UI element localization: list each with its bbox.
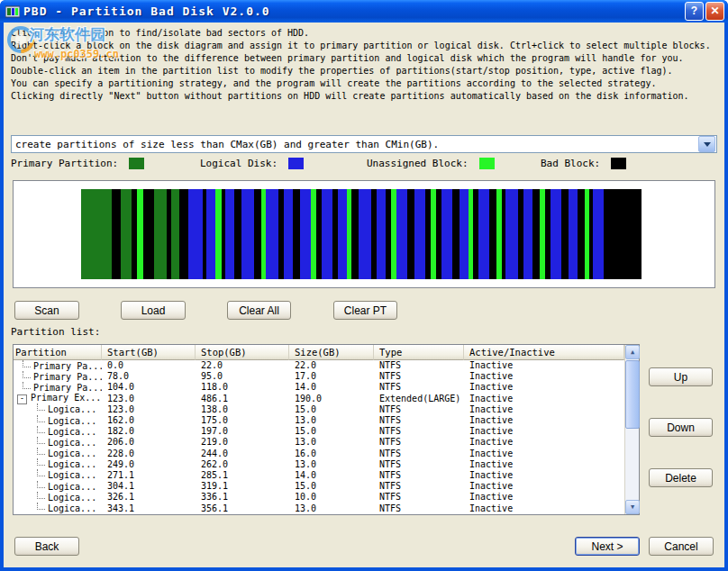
disk-block[interactable] (377, 189, 386, 279)
disk-diagram-panel (13, 180, 715, 288)
disk-block[interactable] (154, 189, 167, 279)
active-cell: Inactive (464, 481, 624, 492)
stop-cell: 197.0 (196, 426, 289, 437)
start-cell: 78.0 (102, 371, 196, 382)
disk-block[interactable] (266, 189, 278, 279)
disk-block[interactable] (188, 189, 203, 279)
partition-name-cell: Logica... (14, 426, 102, 438)
scan-button[interactable]: Scan (14, 301, 79, 320)
disk-block[interactable] (137, 189, 143, 279)
stop-cell: 336.1 (196, 492, 289, 503)
scroll-up-icon[interactable]: ▲ (625, 345, 640, 359)
disk-block[interactable] (396, 189, 407, 279)
partition-row[interactable]: Primary Pa...78.095.017.0NTFSInactive (14, 371, 624, 382)
disk-gap (143, 189, 154, 279)
column-header[interactable]: Size(GB) (289, 345, 374, 360)
disk-block[interactable] (523, 189, 532, 279)
disk-block[interactable] (300, 189, 311, 279)
disk-block[interactable] (359, 189, 371, 279)
cancel-button[interactable]: Cancel (649, 537, 714, 556)
disk-block[interactable] (284, 189, 293, 279)
partition-row[interactable]: -Primary Ex...123.0486.1190.0Extended(LA… (14, 394, 624, 404)
partition-row[interactable]: Logica...228.0244.016.0NTFSInactive (14, 449, 624, 459)
disk-block[interactable] (322, 189, 332, 279)
partition-row[interactable]: Logica...206.0219.013.0NTFSInactive (14, 437, 624, 448)
disk-block[interactable] (206, 189, 215, 279)
disk-block[interactable] (241, 189, 254, 279)
tree-branch-icon (37, 458, 45, 466)
column-header[interactable]: Stop(GB) (196, 345, 289, 360)
strategy-dropdown[interactable]: create partitions of size less than CMax… (11, 135, 717, 153)
active-cell: Inactive (464, 492, 624, 503)
back-button[interactable]: Back (14, 537, 79, 556)
partition-row[interactable]: Logica...326.1336.110.0NTFSInactive (14, 492, 624, 503)
type-cell: NTFS (374, 449, 464, 459)
down-button[interactable]: Down (649, 418, 713, 437)
partition-row[interactable]: Logica...249.0262.013.0NTFSInactive (14, 459, 624, 470)
partition-row[interactable]: Logica...271.1285.114.0NTFSInactive (14, 470, 624, 481)
table-scrollbar[interactable]: ▲ ▼ (624, 345, 639, 514)
partition-row[interactable]: Logica...343.1356.113.0NTFSInactive (14, 503, 624, 513)
stop-cell: 244.0 (196, 449, 289, 459)
disk-diagram[interactable] (81, 189, 642, 279)
stop-cell: 319.1 (196, 481, 289, 492)
size-cell: 13.0 (289, 437, 374, 448)
disk-block[interactable] (215, 189, 222, 279)
column-header[interactable]: Partition (14, 345, 102, 360)
partition-row[interactable]: Primary Pa...0.022.022.0NTFSInactive (14, 360, 624, 371)
size-cell: 10.0 (289, 492, 374, 503)
disk-block[interactable] (121, 189, 132, 279)
help-button[interactable]: ? (685, 2, 704, 21)
disk-gap (293, 189, 300, 279)
dropdown-arrow-button[interactable] (698, 136, 715, 152)
type-cell: NTFS (374, 360, 464, 371)
next-button[interactable]: Next > (575, 537, 640, 556)
partition-row[interactable]: Logica...162.0175.013.0NTFSInactive (14, 415, 624, 426)
close-button[interactable]: ✕ (705, 2, 724, 21)
disk-block[interactable] (414, 189, 425, 279)
stop-cell: 356.1 (196, 503, 289, 514)
scroll-down-icon[interactable]: ▼ (625, 500, 640, 514)
clear-all-button[interactable]: Clear All (227, 301, 291, 320)
disk-gap (532, 189, 540, 279)
column-header[interactable]: Active/Inactive (464, 345, 624, 360)
column-header[interactable]: Type (374, 345, 464, 360)
chevron-down-icon (704, 142, 711, 147)
stop-cell: 95.0 (196, 371, 289, 382)
disk-block[interactable] (551, 189, 561, 279)
disk-block[interactable] (460, 189, 469, 279)
active-cell: Inactive (464, 449, 624, 459)
up-button[interactable]: Up (649, 367, 713, 386)
disk-block[interactable] (81, 189, 112, 279)
stop-cell: 22.0 (196, 360, 289, 371)
delete-button[interactable]: Delete (649, 468, 713, 487)
clear-pt-button[interactable]: Clear PT (333, 301, 397, 320)
disk-block[interactable] (569, 189, 578, 279)
legend-item: Bad Block: (541, 158, 626, 169)
partition-row[interactable]: Logica...123.0138.015.0NTFSInactive (14, 404, 624, 415)
partition-name: Primary Ex... (31, 393, 101, 403)
scroll-thumb[interactable] (625, 360, 640, 429)
start-cell: 123.0 (102, 394, 196, 404)
disk-block[interactable] (505, 189, 518, 279)
size-cell: 190.0 (289, 394, 374, 404)
disk-block[interactable] (338, 189, 347, 279)
column-header[interactable]: Start(GB) (102, 345, 196, 360)
partition-row[interactable]: Logica...182.0197.015.0NTFSInactive (14, 426, 624, 437)
legend-item: Unassigned Block: (367, 158, 495, 169)
title-bar[interactable]: PBD - Partition Bad Disk V2.0.0 ? ✕ (0, 0, 728, 23)
load-button[interactable]: Load (121, 301, 186, 320)
disk-block[interactable] (478, 189, 489, 279)
tree-branch-icon (37, 415, 45, 422)
partition-row[interactable]: Primary Pa...104.0118.014.0NTFSInactive (14, 382, 624, 393)
disk-block[interactable] (441, 189, 452, 279)
start-cell: 206.0 (102, 437, 196, 448)
legend-label: Bad Block: (541, 158, 600, 169)
disk-block[interactable] (593, 189, 604, 279)
partition-name: Logica... (48, 404, 96, 414)
disk-block[interactable] (171, 189, 179, 279)
stop-cell: 262.0 (196, 459, 289, 470)
instruction-line: Clicking directly "Next" button without … (11, 90, 711, 103)
disk-block[interactable] (225, 189, 234, 279)
partition-row[interactable]: Logica...304.1319.115.0NTFSInactive (14, 481, 624, 492)
